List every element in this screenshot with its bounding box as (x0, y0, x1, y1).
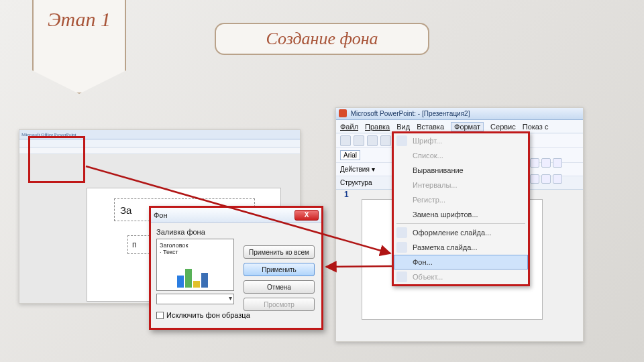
left-titlebar: Microsoft Office PowerPoint (19, 130, 300, 139)
left-toolbar-2 (19, 147, 300, 154)
actions-dropdown[interactable]: Действия ▾ (340, 166, 375, 173)
shape-icon[interactable] (530, 174, 539, 184)
menu-item-label: Оформление слайда... (413, 229, 491, 237)
format-dropdown: Шрифт...Список...ВыравниваниеИнтервалы..… (392, 131, 530, 286)
menu-format[interactable]: Формат (451, 122, 484, 131)
dialog-buttons: Применить ко всем Применить Отмена Просм… (244, 245, 315, 311)
print-icon[interactable] (380, 135, 391, 146)
menu-item-5[interactable]: Замена шрифтов... (394, 207, 528, 222)
menu-item-icon (396, 242, 407, 253)
new-icon[interactable] (340, 135, 351, 146)
menu-edit[interactable]: Правка (365, 123, 390, 131)
tab-structure[interactable]: Структура (340, 179, 372, 186)
preview-chart-icon (177, 269, 208, 288)
preview-button[interactable]: Просмотр (244, 298, 315, 311)
menu-view[interactable]: Вид (396, 123, 410, 131)
dialog-body: Заливка фона Заголовок · Текст Исключить… (151, 223, 321, 324)
powerpoint-icon (339, 109, 347, 117)
apply-button[interactable]: Применить (244, 263, 315, 276)
align-center-icon[interactable] (541, 158, 551, 168)
fill-color-combo[interactable] (156, 294, 234, 304)
menu-item-label: Выравнивание (413, 166, 464, 174)
font-name-box[interactable]: Arial (340, 150, 360, 160)
slide-title: Создание фона (215, 23, 429, 55)
preview-title: Заголовок (160, 242, 231, 249)
extra-toolbar-icons (530, 158, 562, 168)
line-icon[interactable] (553, 174, 562, 184)
menu-item-label: Замена шрифтов... (413, 210, 478, 219)
menu-item-icon (396, 135, 407, 146)
close-button[interactable]: X (294, 210, 319, 221)
fill-icon[interactable] (541, 174, 551, 184)
dialog-titlebar: Фон X (151, 208, 321, 223)
checkbox-icon (156, 312, 164, 319)
menu-item-label: Разметка слайда... (413, 243, 477, 251)
preview-text: · Текст (160, 249, 231, 255)
menu-service[interactable]: Сервис (490, 123, 516, 131)
cancel-button[interactable]: Отмена (244, 280, 315, 294)
menu-item-1: Список... (394, 148, 528, 163)
menu-item-label: Регистр... (413, 196, 445, 204)
slide-number: 1 (344, 190, 349, 199)
menu-item-label: Объект... (413, 273, 443, 281)
menu-item-6[interactable]: Оформление слайда... (394, 225, 528, 240)
background-dialog: Фон X Заливка фона Заголовок · Текст Иск… (149, 206, 323, 330)
fill-preview: Заголовок · Текст (156, 239, 234, 291)
exclude-master-checkbox[interactable]: Исключить фон образца (156, 311, 316, 319)
dialog-title-text: Фон (154, 211, 168, 219)
left-toolbar (19, 139, 300, 147)
right-titlebar-text: Microsoft PowerPoint: - [Презентация2] (351, 110, 470, 117)
menu-slideshow[interactable]: Показ с (523, 123, 549, 131)
menu-item-label: Шрифт... (413, 137, 442, 145)
extra-toolbar-icons-2 (530, 174, 562, 184)
menu-item-8[interactable]: Фон... (394, 255, 528, 269)
align-right-icon[interactable] (553, 158, 562, 168)
menu-item-4: Регистр... (394, 192, 528, 207)
save-icon[interactable] (367, 135, 378, 146)
menu-item-3: Интервалы... (394, 178, 528, 192)
right-titlebar: Microsoft PowerPoint: - [Презентация2] (336, 108, 583, 120)
menu-insert[interactable]: Вставка (417, 123, 444, 131)
checkbox-label: Исключить фон образца (166, 311, 250, 319)
align-left-icon[interactable] (530, 158, 539, 168)
stage-ribbon: Этап 1 (32, 0, 126, 94)
stage-label: Этап 1 (34, 8, 125, 31)
menu-item-9: Объект... (394, 269, 528, 284)
menu-item-icon (396, 272, 407, 282)
apply-all-button[interactable]: Применить ко всем (244, 245, 315, 259)
menu-item-label: Интервалы... (413, 181, 457, 189)
open-icon[interactable] (354, 135, 364, 146)
menu-item-7[interactable]: Разметка слайда... (394, 240, 528, 255)
menu-item-icon (396, 227, 407, 238)
menu-item-2[interactable]: Выравнивание (394, 163, 528, 178)
menu-file[interactable]: Файл (340, 123, 358, 131)
menu-item-0: Шрифт... (394, 133, 528, 148)
menu-item-label: Список... (413, 152, 443, 160)
menu-item-label: Фон... (413, 258, 433, 266)
section-label: Заливка фона (156, 228, 316, 236)
